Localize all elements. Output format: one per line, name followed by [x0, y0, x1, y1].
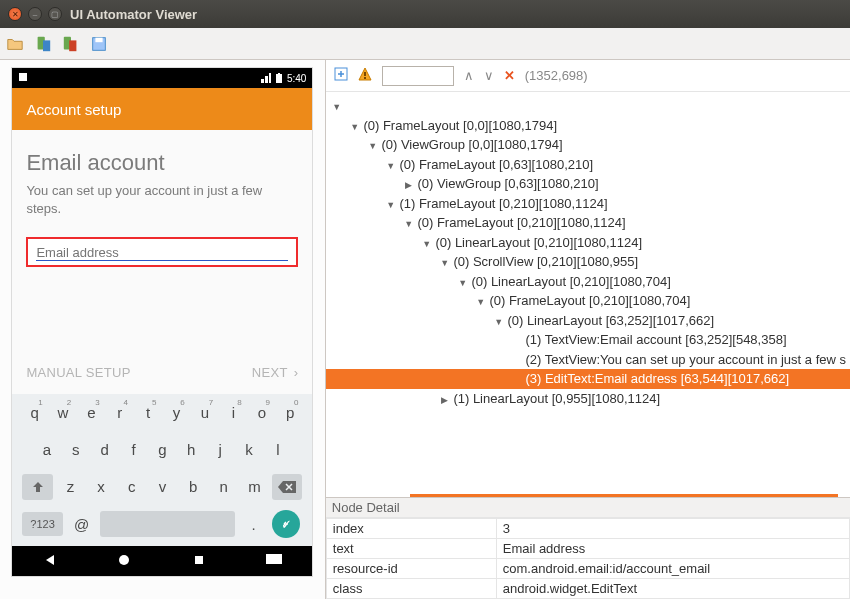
key-d[interactable]: d	[90, 435, 119, 464]
pointer-coords: (1352,698)	[525, 68, 588, 83]
key-a[interactable]: a	[32, 435, 61, 464]
open-icon[interactable]	[6, 35, 24, 53]
window-minimize-button[interactable]: –	[28, 7, 42, 21]
key-k[interactable]: k	[235, 435, 264, 464]
numeric-key[interactable]: ?123	[22, 512, 62, 536]
svg-rect-5	[95, 37, 102, 42]
appbar-title: Account setup	[26, 101, 121, 118]
save-icon[interactable]	[90, 35, 108, 53]
tree-node[interactable]: ▼ (0) LinearLayout [0,210][1080,1124]	[326, 233, 850, 253]
key-v[interactable]: v	[147, 472, 178, 502]
key-p[interactable]: p0	[276, 398, 304, 427]
key-o[interactable]: o9	[248, 398, 276, 427]
tree-node[interactable]: ▼ (0) FrameLayout [0,63][1080,210]	[326, 155, 850, 175]
key-z[interactable]: z	[55, 472, 86, 502]
key-m[interactable]: m	[239, 472, 270, 502]
key-r[interactable]: r4	[106, 398, 134, 427]
key-f[interactable]: f	[119, 435, 148, 464]
android-statusbar: 5:40	[12, 68, 312, 88]
clear-search-icon[interactable]: ✕	[504, 68, 515, 83]
key-b[interactable]: b	[178, 472, 209, 502]
appbar: Account setup	[12, 88, 312, 130]
node-detail-title: Node Detail	[326, 498, 850, 518]
tree-node[interactable]: (2) TextView:You can set up your account…	[326, 350, 850, 370]
email-input-highlight	[26, 237, 298, 267]
key-g[interactable]: g	[148, 435, 177, 464]
tree-node[interactable]: ▼ (0) FrameLayout [0,210][1080,704]	[326, 291, 850, 311]
key-y[interactable]: y6	[162, 398, 190, 427]
back-icon[interactable]	[43, 553, 57, 570]
tree-node[interactable]: ▼	[326, 96, 850, 116]
content-spacer	[12, 277, 312, 355]
tree-node[interactable]: ▼ (1) FrameLayout [0,210][1080,1124]	[326, 194, 850, 214]
key-l[interactable]: l	[264, 435, 293, 464]
hierarchy-panel: ∧ ∨ ✕ (1352,698) ▼ ▼ (0) FrameLayout [0,…	[325, 60, 850, 599]
hierarchy-tree[interactable]: ▼ ▼ (0) FrameLayout [0,0][1080,1794]▼ (0…	[326, 92, 850, 494]
key-t[interactable]: t5	[134, 398, 162, 427]
toggle-naf-icon[interactable]	[358, 67, 372, 84]
soft-keyboard: q1w2e3r4t5y6u7i8o9p0 asdfghjkl zxcvbnm ?…	[12, 394, 312, 546]
signal-icon	[261, 73, 271, 83]
search-prev-icon[interactable]: ∧	[464, 68, 474, 83]
manual-setup-button[interactable]: MANUAL SETUP	[26, 365, 130, 380]
svg-rect-7	[276, 74, 282, 83]
key-w[interactable]: w2	[49, 398, 77, 427]
svg-rect-1	[43, 40, 50, 51]
tree-node[interactable]: ▼ (0) FrameLayout [0,0][1080,1794]	[326, 116, 850, 136]
clock-text: 5:40	[287, 73, 306, 84]
next-button[interactable]: NEXT ›	[252, 365, 299, 380]
window-close-button[interactable]: ✕	[8, 7, 22, 21]
tree-node[interactable]: (1) TextView:Email account [63,252][548,…	[326, 330, 850, 350]
window-titlebar: ✕ – ▢ UI Automator Viewer	[0, 0, 850, 28]
screenshot-panel: 5:40 Account setup Email account You can…	[0, 60, 325, 599]
detail-row: classandroid.widget.EditText	[326, 579, 849, 599]
app-toolbar	[0, 28, 850, 60]
expand-all-icon[interactable]	[334, 67, 348, 84]
shift-key[interactable]	[22, 474, 53, 500]
window-controls: ✕ – ▢	[8, 7, 62, 21]
node-detail-table: index3textEmail addressresource-idcom.an…	[326, 518, 850, 599]
device-screenshot-compressed-icon[interactable]	[62, 35, 80, 53]
key-e[interactable]: e3	[77, 398, 105, 427]
keyboard-toggle-icon[interactable]	[266, 554, 282, 569]
detail-row: resource-idcom.android.email:id/account_…	[326, 559, 849, 579]
android-navbar	[12, 546, 312, 576]
key-x[interactable]: x	[86, 472, 117, 502]
key-n[interactable]: n	[208, 472, 239, 502]
email-field[interactable]	[36, 245, 288, 261]
next-label: NEXT	[252, 365, 288, 380]
tree-node[interactable]: (3) EditText:Email address [63,544][1017…	[326, 369, 850, 389]
window-maximize-button[interactable]: ▢	[48, 7, 62, 21]
tree-node[interactable]: ▼ (0) ScrollView [0,210][1080,955]	[326, 252, 850, 272]
svg-rect-12	[266, 554, 282, 564]
search-input[interactable]	[382, 66, 454, 86]
svg-rect-6	[19, 73, 27, 81]
key-u[interactable]: u7	[191, 398, 219, 427]
key-c[interactable]: c	[116, 472, 147, 502]
enter-key[interactable]: ✓	[272, 510, 300, 538]
backspace-key[interactable]	[272, 474, 303, 500]
tree-node[interactable]: ▼ (0) LinearLayout [63,252][1017,662]	[326, 311, 850, 331]
chevron-right-icon: ›	[294, 365, 299, 380]
home-icon[interactable]	[117, 553, 131, 570]
space-key[interactable]	[100, 511, 234, 537]
action-bar: MANUAL SETUP NEXT ›	[12, 355, 312, 394]
key-q[interactable]: q1	[20, 398, 48, 427]
key-i[interactable]: i8	[219, 398, 247, 427]
search-next-icon[interactable]: ∨	[484, 68, 494, 83]
key-j[interactable]: j	[206, 435, 235, 464]
dot-key[interactable]: .	[237, 510, 271, 539]
tree-node[interactable]: ▶ (0) ViewGroup [0,63][1080,210]	[326, 174, 850, 194]
at-key[interactable]: @	[65, 510, 99, 539]
key-h[interactable]: h	[177, 435, 206, 464]
content-area: Email account You can set up your accoun…	[12, 130, 312, 277]
tree-node[interactable]: ▼ (0) ViewGroup [0,0][1080,1794]	[326, 135, 850, 155]
tree-node[interactable]: ▶ (1) LinearLayout [0,955][1080,1124]	[326, 389, 850, 409]
node-detail-panel: Node Detail index3textEmail addressresou…	[326, 497, 850, 599]
tree-node[interactable]: ▼ (0) LinearLayout [0,210][1080,704]	[326, 272, 850, 292]
key-s[interactable]: s	[61, 435, 90, 464]
device-screenshot-icon[interactable]	[34, 35, 52, 53]
recents-icon[interactable]	[192, 553, 206, 570]
tree-node[interactable]: ▼ (0) FrameLayout [0,210][1080,1124]	[326, 213, 850, 233]
detail-row: textEmail address	[326, 539, 849, 559]
